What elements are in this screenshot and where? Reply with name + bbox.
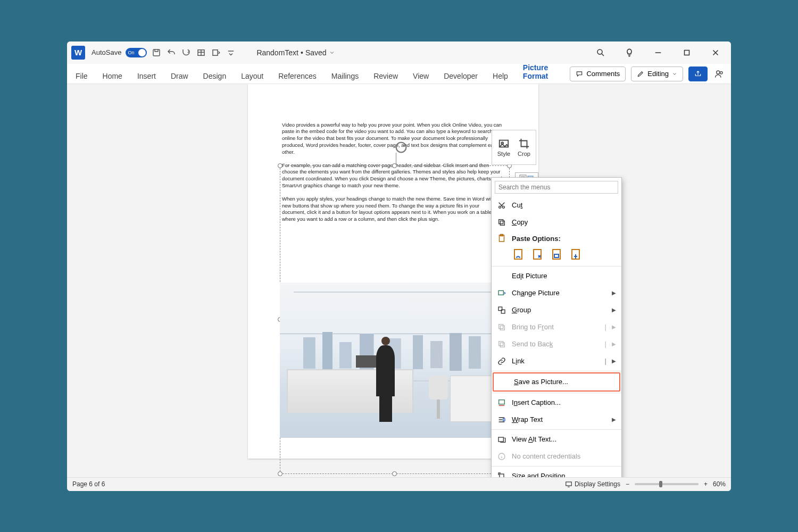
undo-icon[interactable]	[166, 47, 177, 58]
style-label: Style	[497, 151, 510, 157]
pencil-icon	[637, 70, 644, 78]
menu-search[interactable]	[495, 181, 618, 194]
autosave-toggle[interactable]: On	[126, 48, 147, 57]
submenu-arrow-icon: ▶	[612, 358, 616, 364]
editing-mode-button[interactable]: Editing	[631, 66, 683, 81]
tab-help[interactable]: Help	[491, 69, 510, 84]
tab-view[interactable]: View	[411, 69, 431, 84]
paste-icon	[497, 234, 506, 243]
picture-context-menu: Cut Copy Paste Options: Edit Picture	[491, 177, 622, 477]
redo-icon[interactable]	[181, 47, 192, 58]
tab-home[interactable]: Home	[101, 69, 124, 84]
collab-icon[interactable]	[714, 69, 725, 79]
tab-insert[interactable]: Insert	[135, 69, 158, 84]
view-alt-text-label: View Alt Text...	[512, 435, 616, 443]
group-icon	[497, 305, 506, 315]
send-back-label: Send to Back	[512, 340, 600, 348]
tab-mailings[interactable]: Mailings	[329, 69, 361, 84]
display-settings-label: Display Settings	[575, 480, 620, 488]
chevron-down-icon	[329, 49, 335, 56]
submenu-arrow-icon: ▶	[612, 417, 616, 422]
zoom-level[interactable]: 60%	[713, 480, 726, 488]
tab-draw[interactable]: Draw	[169, 69, 190, 84]
picture-mini-toolbar: Style Crop	[492, 130, 536, 165]
svg-rect-30	[499, 400, 505, 404]
crop-button[interactable]: Crop	[514, 132, 534, 162]
paste-picture-icon[interactable]	[550, 248, 563, 261]
close-button[interactable]	[711, 48, 720, 57]
alt-text-icon	[497, 435, 506, 444]
svg-rect-15	[499, 219, 503, 223]
wrap-text-icon	[497, 415, 506, 425]
menu-group[interactable]: Group ▶	[492, 302, 621, 319]
save-icon[interactable]	[151, 47, 162, 58]
menu-cut[interactable]: Cut	[492, 197, 621, 214]
submenu-arrow-icon: ▶	[612, 324, 616, 330]
customize-qat-icon[interactable]	[226, 47, 236, 58]
menu-insert-caption[interactable]: Insert Caption...	[492, 394, 621, 411]
tab-design[interactable]: Design	[201, 69, 229, 84]
search-icon[interactable]	[596, 48, 605, 57]
paste-keep-source-icon[interactable]	[512, 248, 525, 261]
minimize-button[interactable]	[653, 48, 663, 57]
menu-copy[interactable]: Copy	[492, 214, 621, 231]
svg-rect-23	[498, 290, 503, 295]
tab-layout[interactable]: Layout	[239, 69, 265, 84]
document-title[interactable]: RandomText • Saved	[256, 48, 335, 57]
style-button[interactable]: Style	[494, 132, 513, 162]
tab-references[interactable]: References	[276, 69, 319, 84]
display-settings-button[interactable]: Display Settings	[565, 480, 620, 488]
title-bar: W AutoSave On RandomText • Saved	[67, 41, 731, 64]
autosave-state: On	[128, 50, 134, 55]
svg-rect-14	[500, 221, 504, 225]
paste-options-row	[492, 246, 621, 265]
paste-options-label: Paste Options:	[512, 235, 561, 243]
tab-picture-format[interactable]: Picture Format	[521, 60, 560, 84]
svg-rect-18	[514, 250, 522, 259]
tab-review[interactable]: Review	[371, 69, 400, 84]
share-button[interactable]	[688, 66, 708, 81]
change-picture-label: Change Picture	[512, 289, 606, 297]
chevron-down-icon	[672, 71, 677, 77]
info-icon	[497, 452, 506, 461]
menu-wrap-text[interactable]: Wrap Text ▶	[492, 411, 621, 428]
menu-send-to-back: Send to Back |▶	[492, 336, 621, 353]
save-as-picture-label: Save as Picture...	[514, 378, 614, 386]
svg-point-3	[597, 49, 602, 54]
window-controls	[596, 48, 727, 57]
paste-merge-icon[interactable]	[531, 248, 544, 261]
paste-text-only-icon[interactable]	[569, 248, 582, 261]
menu-view-alt-text[interactable]: View Alt Text...	[492, 431, 621, 448]
zoom-out-button[interactable]: −	[626, 480, 629, 488]
comments-button[interactable]: Comments	[570, 66, 626, 81]
lightbulb-icon[interactable]	[625, 48, 634, 57]
menu-size-position[interactable]: Size and Position...	[492, 468, 621, 477]
menu-change-picture[interactable]: Change Picture ▶	[492, 285, 621, 302]
cut-icon	[497, 201, 506, 210]
maximize-button[interactable]	[682, 48, 692, 57]
insert-caption-label: Insert Caption...	[512, 398, 616, 406]
editing-label: Editing	[647, 70, 669, 78]
bring-front-label: Bring to Front	[512, 323, 600, 331]
page-indicator[interactable]: Page 6 of 6	[72, 480, 105, 488]
menu-edit-picture[interactable]: Edit Picture	[492, 268, 621, 285]
menu-save-as-picture[interactable]: Save as Picture...	[494, 373, 619, 390]
submenu-arrow-icon: ▶	[612, 290, 616, 296]
table-icon[interactable]	[196, 47, 206, 58]
paragraph-icon[interactable]	[211, 47, 221, 58]
tab-file[interactable]: File	[73, 69, 90, 84]
no-credentials-label: No content credentials	[512, 452, 616, 460]
tab-developer[interactable]: Developer	[442, 69, 480, 84]
ribbon-tabs: File Home Insert Draw Design Layout Refe…	[67, 64, 731, 84]
zoom-in-button[interactable]: +	[704, 480, 708, 488]
zoom-slider[interactable]	[635, 483, 699, 485]
menu-no-credentials: No content credentials	[492, 448, 621, 465]
embedded-picture[interactable]	[280, 282, 510, 438]
menu-search-input[interactable]	[495, 181, 618, 194]
svg-rect-27	[500, 326, 504, 330]
picture-style-icon	[498, 138, 510, 149]
monitor-icon	[565, 480, 572, 488]
menu-link[interactable]: Link |▶	[492, 353, 621, 370]
document-canvas[interactable]: Video provides a powerful way to help yo…	[67, 84, 731, 477]
svg-rect-31	[503, 419, 505, 421]
